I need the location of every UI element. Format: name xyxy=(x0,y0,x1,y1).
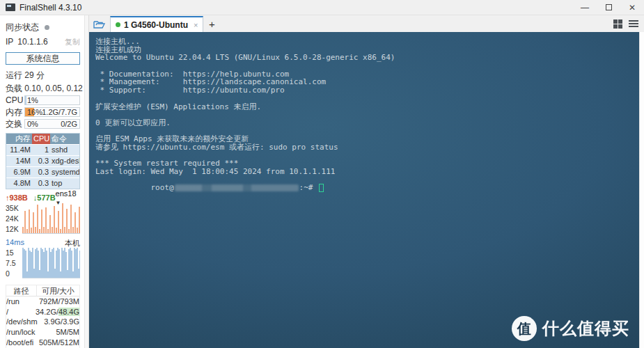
process-cell: 6.9M xyxy=(6,167,32,177)
chart-bar xyxy=(68,229,70,233)
chart-bar xyxy=(24,211,26,233)
gauge-percent: 1% xyxy=(27,96,38,105)
axis-tick: 12K xyxy=(6,225,21,233)
axis-tick: 0 xyxy=(6,269,21,278)
chart-bar xyxy=(60,229,61,233)
disk-size: 792M/793M xyxy=(39,296,79,307)
redacted-hostname xyxy=(175,184,299,191)
chart-bar xyxy=(79,251,80,278)
chart-bar xyxy=(54,206,55,233)
gauge-row: 交换0%0/2G xyxy=(6,119,80,129)
chart-bar xyxy=(22,227,24,233)
window-title: FinalShell 4.3.10 xyxy=(19,3,81,13)
smzdm-logo-icon: 值 xyxy=(512,316,537,341)
network-chart-ticks: 35K24K12K xyxy=(6,203,22,234)
close-button[interactable]: ✕ xyxy=(620,0,644,15)
system-info-button[interactable]: 系统信息 xyxy=(6,52,80,65)
copy-ip-button[interactable]: 复制 xyxy=(65,37,80,47)
load-label: 负载 0.10, 0.05, 0.12 xyxy=(6,83,80,93)
gauge-label: CPU xyxy=(6,95,24,105)
layout-grid-icon[interactable] xyxy=(613,19,622,29)
terminal-output: 连接主机...连接主机成功Welcome to Ubuntu 22.04.4 L… xyxy=(95,38,639,176)
terminal-prompt: root@:~# xyxy=(95,176,639,184)
chart-bar xyxy=(70,205,72,233)
process-table-header: 内存CPU命令 xyxy=(6,134,79,144)
title-bar: FinalShell 4.3.10 — ✕ xyxy=(0,0,644,15)
ip-label: IP xyxy=(6,37,13,47)
sidebar-scrollbar[interactable] xyxy=(84,15,89,348)
folder-icon xyxy=(93,19,106,29)
chart-bar xyxy=(47,229,49,233)
terminal-line: 0 更新可以立即应用. xyxy=(95,119,639,127)
minimize-button[interactable]: — xyxy=(573,0,597,15)
chart-bar xyxy=(41,209,42,233)
process-cell: 0.3 xyxy=(32,167,50,177)
disk-row[interactable]: /run/lock5M/5M xyxy=(6,327,79,338)
terminal-scrollbar[interactable] xyxy=(639,32,644,348)
tab-bar: 1 G4560-Ubuntu × + xyxy=(89,15,644,32)
prompt-user: root@ xyxy=(150,183,173,192)
gauge-bar: 0%0/2G xyxy=(24,119,80,129)
uptime-label: 运行 29 分 xyxy=(6,70,80,80)
process-cell: 0.3 xyxy=(32,178,50,189)
terminal[interactable]: 连接主机...连接主机成功Welcome to Ubuntu 22.04.4 L… xyxy=(89,32,639,348)
process-row[interactable]: 11.4M1sshd xyxy=(6,144,79,155)
process-row[interactable]: 6.9M0.3systemd-... xyxy=(6,166,79,177)
disk-size: 34.2G/48.4G xyxy=(36,307,79,317)
process-cell: systemd-... xyxy=(50,167,79,177)
disk-row[interactable]: /boot/efi505M/512M xyxy=(6,338,79,348)
gauge-percent: 0% xyxy=(27,120,38,129)
disk-row[interactable]: /dev/shm3.9G/3.9G xyxy=(6,317,79,327)
gauge-label: 交换 xyxy=(6,118,24,130)
disk-path: /dev/shm xyxy=(6,317,40,327)
maximize-icon xyxy=(606,4,612,10)
chart-bar xyxy=(49,215,51,233)
gauge-row: 内存16%1.2G/7.7G xyxy=(6,107,80,117)
disk-row[interactable]: /34.2G/48.4G xyxy=(6,307,79,317)
watermark: 值 什么值得买 xyxy=(512,316,629,341)
new-tab-button[interactable]: + xyxy=(203,16,220,32)
axis-tick: 24K xyxy=(6,214,21,223)
terminal-line: 连接主机... xyxy=(95,38,639,46)
ping-value: 14ms xyxy=(6,238,24,247)
chart-bar xyxy=(29,209,30,233)
chart-bar xyxy=(43,227,45,233)
sidebar: 同步状态 IP 10.1.1.6 复制 系统信息 运行 29 分 负载 0.10… xyxy=(0,15,84,348)
process-header-cell[interactable]: CPU xyxy=(32,134,50,144)
process-header-cell[interactable]: 命令 xyxy=(50,134,79,144)
chart-bar xyxy=(79,207,80,233)
chart-bar xyxy=(64,227,65,233)
tab-g4560-ubuntu[interactable]: 1 G4560-Ubuntu × xyxy=(110,16,203,32)
gauge-bar: 1% xyxy=(24,95,80,105)
disk-row[interactable]: /run792M/793M xyxy=(6,296,79,307)
disk-path: / xyxy=(6,307,36,317)
tab-close-icon[interactable]: × xyxy=(194,21,198,29)
gauge-fill xyxy=(25,96,26,104)
process-cell: sshd xyxy=(50,145,79,155)
terminal-line: 请参见 https://ubuntu.com/esm 或者运行: sudo pr… xyxy=(95,143,639,152)
process-row[interactable]: 14M0.3xdg-desk... xyxy=(6,155,79,166)
process-cell: 0.3 xyxy=(32,156,50,166)
chart-bar xyxy=(37,205,38,233)
process-header-cell[interactable]: 内存 xyxy=(6,134,32,144)
maximize-button[interactable] xyxy=(597,0,620,15)
disk-header-path: 路径 xyxy=(6,285,37,296)
menu-icon[interactable] xyxy=(629,19,638,29)
axis-tick: 35K xyxy=(6,204,21,212)
connection-manager-button[interactable] xyxy=(89,16,110,32)
app-icon xyxy=(6,3,15,11)
terminal-line: Last login: Wed May 1 18:00:45 2024 from… xyxy=(95,168,639,176)
process-row[interactable]: 4.8M0.3top xyxy=(6,177,79,189)
process-cell: 4.8M xyxy=(6,178,32,189)
tab-label: 1 G4560-Ubuntu xyxy=(124,20,188,30)
terminal-line xyxy=(95,62,639,70)
sync-status-label: 同步状态 xyxy=(6,22,39,33)
highlighted-size: 48.4G xyxy=(58,308,79,316)
ping-chart-ticks: 157.50 xyxy=(6,248,22,278)
chart-bar xyxy=(39,229,40,233)
network-stats: ↑938B ↓577B ens18 ▼ xyxy=(6,193,80,203)
terminal-line: Welcome to Ubuntu 22.04.4 LTS (GNU/Linux… xyxy=(95,54,639,62)
chart-bar xyxy=(35,227,36,233)
chart-bar xyxy=(77,228,78,233)
chart-bar xyxy=(66,209,68,233)
